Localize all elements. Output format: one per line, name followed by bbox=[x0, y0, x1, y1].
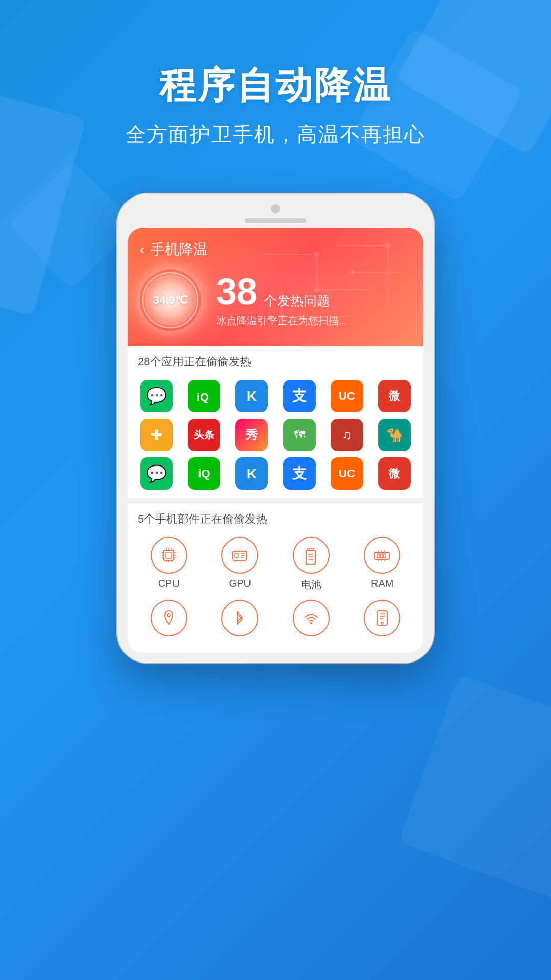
battery-icon-circle bbox=[293, 537, 330, 574]
cpu-icon bbox=[160, 546, 178, 565]
bluetooth-icon bbox=[231, 609, 249, 627]
svg-rect-30 bbox=[235, 553, 239, 557]
list-item[interactable]: 💬 bbox=[140, 380, 173, 412]
list-item[interactable]: 支 bbox=[283, 380, 316, 412]
list-item[interactable]: K bbox=[235, 380, 268, 412]
list-item[interactable]: UC bbox=[331, 457, 363, 490]
svg-text:iQ: iQ bbox=[197, 390, 209, 403]
screen-icon bbox=[373, 609, 391, 627]
hardware-section: 5个手机部件正在偷偷发热 bbox=[128, 503, 423, 653]
list-item[interactable]: ♫ bbox=[331, 419, 363, 451]
list-item[interactable]: 支 bbox=[283, 457, 316, 490]
hardware-grid: CPU GPU bbox=[128, 532, 423, 600]
app-navigation: ‹ 手机降温 bbox=[140, 240, 411, 259]
list-item[interactable]: iQ bbox=[188, 380, 220, 412]
ram-item: RAM bbox=[349, 537, 416, 592]
location-icon-circle bbox=[151, 600, 187, 636]
ram-icon-circle bbox=[364, 537, 400, 574]
svg-rect-34 bbox=[306, 550, 315, 565]
location-icon bbox=[160, 609, 178, 627]
gpu-icon-circle bbox=[221, 537, 258, 574]
app-screen-title: 手机降温 bbox=[151, 240, 208, 259]
svg-rect-42 bbox=[383, 554, 385, 558]
list-item[interactable]: ✚ bbox=[140, 419, 173, 451]
gpu-icon bbox=[231, 546, 249, 565]
apps-grid: 💬 iQ K 支 UC 微 ✚ 头条 秀 🗺 ♫ 🐪 💬 bbox=[128, 375, 423, 498]
hardware-section-title: 5个手机部件正在偷偷发热 bbox=[128, 503, 423, 532]
heat-info: 38 个发热问题 冰点降温引擎正在为您扫描... bbox=[216, 273, 411, 328]
list-item[interactable]: 秀 bbox=[235, 419, 268, 451]
list-item[interactable]: K bbox=[235, 457, 268, 490]
battery-item: 电池 bbox=[278, 537, 344, 592]
battery-label: 电池 bbox=[301, 578, 321, 592]
list-item[interactable]: iQ bbox=[188, 457, 220, 490]
ram-label: RAM bbox=[371, 578, 393, 590]
svg-point-50 bbox=[310, 622, 312, 624]
heat-count-row: 38 个发热问题 bbox=[216, 273, 411, 310]
ram-icon bbox=[373, 546, 391, 565]
apps-section-title: 28个应用正在偷偷发热 bbox=[128, 346, 423, 375]
phone-mockup: ‹ 手机降温 34.9℃ 38 个发热问题 冰点降温引擎正在为您扫描... bbox=[117, 194, 434, 663]
bg-decoration-5 bbox=[398, 674, 551, 903]
list-item[interactable]: 微 bbox=[378, 457, 411, 490]
temperature-circle: 34.9℃ bbox=[140, 270, 201, 331]
screen-item bbox=[349, 600, 416, 636]
app-header: ‹ 手机降温 34.9℃ 38 个发热问题 冰点降温引擎正在为您扫描... bbox=[128, 228, 423, 346]
bluetooth-icon-circle bbox=[221, 600, 258, 636]
main-subtitle: 全方面护卫手机，高温不再担心 bbox=[0, 120, 551, 149]
battery-icon bbox=[302, 546, 320, 565]
phone-screen: ‹ 手机降温 34.9℃ 38 个发热问题 冰点降温引擎正在为您扫描... bbox=[128, 228, 423, 653]
heat-count: 38 bbox=[216, 271, 257, 312]
list-item[interactable]: 🗺 bbox=[283, 419, 316, 451]
heat-subtitle: 冰点降温引擎正在为您扫描... bbox=[216, 314, 411, 328]
temperature-value: 34.9℃ bbox=[153, 293, 188, 307]
section-divider bbox=[128, 498, 423, 503]
svg-rect-51 bbox=[377, 611, 387, 625]
svg-rect-40 bbox=[377, 554, 379, 558]
cpu-label: CPU bbox=[158, 578, 180, 590]
list-item[interactable]: 💬 bbox=[140, 457, 173, 490]
hardware-grid-2 bbox=[128, 600, 423, 645]
temperature-section: 34.9℃ 38 个发热问题 冰点降温引擎正在为您扫描... bbox=[140, 270, 411, 331]
wifi-icon bbox=[302, 609, 320, 627]
phone-frame: ‹ 手机降温 34.9℃ 38 个发热问题 冰点降温引擎正在为您扫描... bbox=[117, 194, 434, 663]
list-item[interactable]: UC bbox=[331, 380, 363, 412]
bluetooth-item bbox=[207, 600, 273, 636]
svg-point-49 bbox=[167, 614, 170, 617]
phone-camera bbox=[271, 204, 280, 213]
heat-label: 个发热问题 bbox=[264, 293, 330, 308]
wifi-item bbox=[278, 600, 344, 636]
cpu-icon-circle bbox=[151, 537, 187, 574]
gpu-label: GPU bbox=[229, 578, 251, 590]
cpu-item: CPU bbox=[136, 537, 202, 592]
phone-speaker bbox=[245, 218, 306, 223]
back-icon[interactable]: ‹ bbox=[140, 241, 144, 258]
screen-icon-circle bbox=[364, 600, 400, 636]
svg-rect-15 bbox=[164, 550, 174, 560]
gpu-item: GPU bbox=[207, 537, 273, 592]
location-item bbox=[136, 600, 202, 636]
list-item[interactable]: 🐪 bbox=[378, 419, 411, 451]
main-title: 程序自动降温 bbox=[0, 61, 551, 110]
list-item[interactable]: 微 bbox=[378, 380, 411, 412]
list-item[interactable]: 头条 bbox=[188, 419, 220, 451]
svg-point-55 bbox=[381, 622, 383, 624]
header-section: 程序自动降温 全方面护卫手机，高温不再担心 bbox=[0, 0, 551, 149]
svg-rect-41 bbox=[380, 554, 382, 558]
wifi-icon-circle bbox=[293, 600, 330, 636]
svg-rect-16 bbox=[166, 552, 172, 558]
apps-section: 28个应用正在偷偷发热 💬 iQ K 支 UC 微 ✚ 头条 秀 🗺 bbox=[128, 346, 423, 498]
svg-rect-35 bbox=[308, 548, 314, 551]
